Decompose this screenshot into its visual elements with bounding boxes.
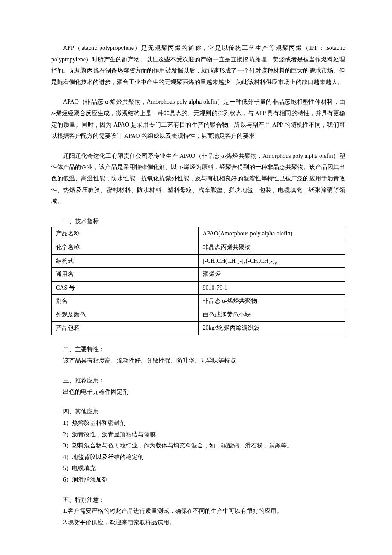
table-row: 外观及颜色 白色或淡黄色小块 xyxy=(52,308,345,322)
spec-value: 非晶态 α-烯烃共聚物 xyxy=(198,295,345,308)
spec-value: 非晶态丙烯共聚物 xyxy=(198,241,345,254)
list-item: 5）电缆填充 xyxy=(51,463,345,474)
section-2-title: 二、主要特性： xyxy=(51,344,345,355)
section-3-body: 出色的电子元器件固定剂 xyxy=(51,386,345,398)
list-item: 3）塑料混合物与色母粒行业，作为载体与填充料混合，如：碳酸钙，滑石粉，炭黑等。 xyxy=(51,440,345,452)
table-row: 产品名称 APAO(Amorphous poly alpha olefin) xyxy=(52,227,345,241)
table-row: CAS 号 9010-79-1 xyxy=(52,281,345,295)
section-2-body: 该产品具有粘度高、流动性好、分散性强、防升华、无异味等特点 xyxy=(51,355,345,367)
spec-value: 9010-79-1 xyxy=(198,281,345,295)
spec-value: APAO(Amorphous poly alpha olefin) xyxy=(198,227,345,241)
table-row: 产品包装 20kg/袋,聚丙烯编织袋 xyxy=(52,322,345,335)
spec-table: 产品名称 APAO(Amorphous poly alpha olefin) 化… xyxy=(51,227,345,335)
spec-value: 20kg/袋,聚丙烯编织袋 xyxy=(198,322,345,335)
spec-label: 外观及颜色 xyxy=(52,308,199,322)
table-row: 结构式 [-CH2CH(CH3)-]x(-CH2CH2-)y xyxy=(52,254,345,268)
section-5: 五、特别注意： 1.客户需要严格的对此产品进行质量测试，确保在不同的生产中可以有… xyxy=(51,494,345,529)
spec-value: [-CH2CH(CH3)-]x(-CH2CH2-)y xyxy=(198,254,345,268)
section-4-title: 四、其他应用 xyxy=(51,406,345,418)
paragraph-3: 辽阳辽化奇达化工有限责任公司系专业生产 APAO（非晶态 α-烯烃共聚物，Amo… xyxy=(51,151,345,207)
document-page: APP（atactic polypropylene）是无规聚丙烯的简称，它是以传… xyxy=(0,0,392,555)
paragraph-2: APAO（非晶态 α-烯烃共聚物，Amorphous poly alpha ol… xyxy=(51,96,345,142)
table-row: 通用名 聚烯烃 xyxy=(52,268,345,282)
spec-label: 结构式 xyxy=(52,254,199,268)
spec-value: 聚烯烃 xyxy=(198,268,345,282)
section-4: 四、其他应用 1）热熔胶基料和密封剂 2）沥青改性，沥青屋顶粘结与隔膜 3）塑料… xyxy=(51,406,345,485)
section-1-title: 一、技术指标 xyxy=(51,216,345,227)
section-3-title: 三、推荐应用： xyxy=(51,375,345,386)
spec-label: 通用名 xyxy=(52,268,199,282)
section-5-title: 五、特别注意： xyxy=(51,494,345,506)
spec-label: 别名 xyxy=(52,295,199,308)
spec-label: 化学名称 xyxy=(52,241,199,254)
list-item: 4）地毯背胶以及纤维的稳定剂 xyxy=(51,452,345,463)
spec-label: CAS 号 xyxy=(52,281,199,295)
spec-value: 白色或淡黄色小块 xyxy=(198,308,345,322)
list-item: 2.现货平价供应，欢迎来电索取样品试用。 xyxy=(51,517,345,529)
section-2: 二、主要特性： 该产品具有粘度高、流动性好、分散性强、防升华、无异味等特点 xyxy=(51,344,345,366)
table-row: 别名 非晶态 α-烯烃共聚物 xyxy=(52,295,345,308)
spec-table-body: 产品名称 APAO(Amorphous poly alpha olefin) 化… xyxy=(52,227,345,335)
section-3: 三、推荐应用： 出色的电子元器件固定剂 xyxy=(51,375,345,398)
spec-label: 产品包装 xyxy=(52,322,199,335)
list-item: 1.客户需要严格的对此产品进行质量测试，确保在不同的生产中可以有很好的应用。 xyxy=(51,506,345,517)
table-row: 化学名称 非晶态丙烯共聚物 xyxy=(52,241,345,254)
spec-label: 产品名称 xyxy=(52,227,199,241)
list-item: 1）热熔胶基料和密封剂 xyxy=(51,418,345,429)
list-item: 6）润滑脂添加剂 xyxy=(51,474,345,486)
paragraph-1: APP（atactic polypropylene）是无规聚丙烯的简称，它是以传… xyxy=(51,43,345,88)
list-item: 2）沥青改性，沥青屋顶粘结与隔膜 xyxy=(51,429,345,441)
